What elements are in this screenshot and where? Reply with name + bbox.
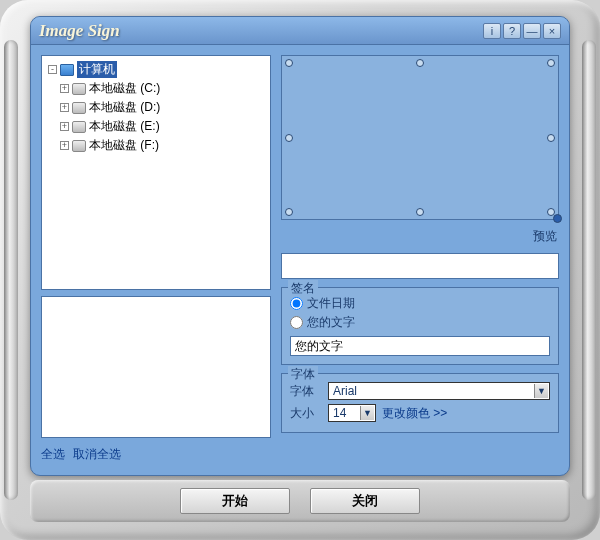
- resize-handle[interactable]: [547, 134, 555, 142]
- bottom-bar: 开始 关闭: [30, 480, 570, 522]
- tree-label: 计算机: [77, 61, 117, 78]
- start-button[interactable]: 开始: [180, 488, 290, 514]
- tree-node-computer[interactable]: - 计算机: [46, 60, 266, 79]
- position-marker[interactable]: [553, 214, 562, 223]
- radio-your-text[interactable]: 您的文字: [290, 313, 550, 332]
- tree-node-drive[interactable]: + 本地磁盘 (E:): [46, 117, 266, 136]
- drive-icon: [72, 140, 86, 152]
- drive-icon: [72, 102, 86, 114]
- output-path-field[interactable]: [281, 253, 559, 279]
- deselect-all-link[interactable]: 取消全选: [73, 446, 121, 463]
- font-family-select[interactable]: Arial ▼: [328, 382, 550, 400]
- drive-icon: [72, 83, 86, 95]
- resize-handle[interactable]: [285, 134, 293, 142]
- tree-label: 本地磁盘 (F:): [89, 137, 159, 154]
- resize-handle[interactable]: [547, 59, 555, 67]
- app-window: Image Sign i ? — × - 计算机 +: [30, 16, 570, 476]
- title-bar[interactable]: Image Sign i ? — ×: [31, 17, 569, 45]
- tree-node-drive[interactable]: + 本地磁盘 (C:): [46, 79, 266, 98]
- font-family-row: 字体 Arial ▼: [290, 380, 550, 402]
- chevron-down-icon[interactable]: ▼: [534, 384, 548, 398]
- right-column: 预览 签名 文件日期 您的文字 字体: [281, 55, 559, 465]
- signature-group: 签名 文件日期 您的文字: [281, 287, 559, 365]
- tree-label: 本地磁盘 (E:): [89, 118, 160, 135]
- tree-label: 本地磁盘 (D:): [89, 99, 160, 116]
- expand-icon[interactable]: +: [60, 84, 69, 93]
- select-all-link[interactable]: 全选: [41, 446, 65, 463]
- left-column: - 计算机 + 本地磁盘 (C:) + 本地磁盘 (D:): [41, 55, 271, 465]
- radio-input[interactable]: [290, 297, 303, 310]
- tree-node-drive[interactable]: + 本地磁盘 (D:): [46, 98, 266, 117]
- close-button[interactable]: ×: [543, 23, 561, 39]
- radio-file-date[interactable]: 文件日期: [290, 294, 550, 313]
- font-size-row: 大小 14 ▼ 更改颜色 >>: [290, 402, 550, 424]
- computer-icon: [60, 64, 74, 76]
- window-title: Image Sign: [39, 21, 483, 41]
- signature-text-input[interactable]: [290, 336, 550, 356]
- preview-label: 预览: [281, 228, 559, 245]
- expand-icon[interactable]: +: [60, 103, 69, 112]
- minimize-button[interactable]: —: [523, 23, 541, 39]
- preview-wrap: [281, 55, 559, 220]
- folder-tree[interactable]: - 计算机 + 本地磁盘 (C:) + 本地磁盘 (D:): [41, 55, 271, 290]
- radio-input[interactable]: [290, 316, 303, 329]
- preview-canvas[interactable]: [281, 55, 559, 220]
- titlebar-buttons: i ? — ×: [483, 23, 561, 39]
- combo-value: 14: [333, 406, 346, 420]
- expand-icon[interactable]: +: [60, 122, 69, 131]
- tree-node-drive[interactable]: + 本地磁盘 (F:): [46, 136, 266, 155]
- group-title: 签名: [288, 280, 318, 297]
- expand-icon[interactable]: +: [60, 141, 69, 150]
- resize-handle[interactable]: [285, 59, 293, 67]
- frame-rail-left: [4, 40, 18, 500]
- content-area: - 计算机 + 本地磁盘 (C:) + 本地磁盘 (D:): [31, 45, 569, 475]
- resize-handle[interactable]: [416, 59, 424, 67]
- info-button[interactable]: i: [483, 23, 501, 39]
- help-button[interactable]: ?: [503, 23, 521, 39]
- radio-label: 您的文字: [307, 314, 355, 331]
- close-app-button[interactable]: 关闭: [310, 488, 420, 514]
- drive-icon: [72, 121, 86, 133]
- change-color-link[interactable]: 更改颜色 >>: [382, 405, 447, 422]
- tree-label: 本地磁盘 (C:): [89, 80, 160, 97]
- frame-rail-right: [582, 40, 596, 500]
- resize-handle[interactable]: [416, 208, 424, 216]
- size-label: 大小: [290, 405, 322, 422]
- font-label: 字体: [290, 383, 322, 400]
- device-frame: Image Sign i ? — × - 计算机 +: [0, 0, 600, 540]
- font-group: 字体 字体 Arial ▼ 大小 14 ▼ 更: [281, 373, 559, 433]
- radio-label: 文件日期: [307, 295, 355, 312]
- file-list[interactable]: [41, 296, 271, 438]
- resize-handle[interactable]: [285, 208, 293, 216]
- font-size-select[interactable]: 14 ▼: [328, 404, 376, 422]
- group-title: 字体: [288, 366, 318, 383]
- expand-icon[interactable]: -: [48, 65, 57, 74]
- combo-value: Arial: [333, 384, 357, 398]
- selection-links: 全选 取消全选: [41, 444, 271, 465]
- chevron-down-icon[interactable]: ▼: [360, 406, 374, 420]
